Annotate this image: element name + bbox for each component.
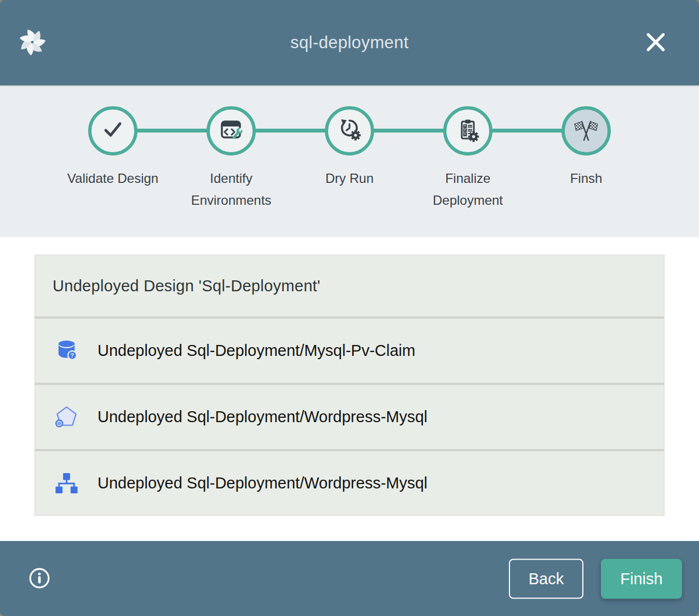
pod-pentagon-icon (54, 404, 79, 430)
step-circle (562, 106, 611, 156)
pinwheel-logo-icon (19, 28, 46, 56)
status-row-mysql-pv-claim: ? Undeployed Sql-Deployment/Mysql-Pv-Cla… (35, 316, 664, 383)
checkered-flags-icon (573, 117, 599, 145)
wizard-stepper: Validate Design (0, 85, 699, 237)
step-label: Dry Run (325, 168, 374, 189)
step-finalize-deployment: Finalize Deployment (409, 106, 527, 211)
step-validate-design: Validate Design (54, 106, 172, 211)
step-finish: Finsh (527, 106, 645, 211)
step-identify-environments: Identify Environments (172, 106, 290, 211)
code-window-wrench-icon (218, 117, 244, 145)
svg-text:?: ? (70, 352, 74, 359)
status-row-wordpress-mysql-topology: Undeployed Sql-Deployment/Wordpress-Mysq… (35, 449, 664, 515)
step-label: Finalize Deployment (419, 168, 517, 211)
step-label: Finsh (570, 168, 603, 189)
database-question-icon: ? (54, 338, 79, 364)
back-button[interactable]: Back (509, 559, 583, 598)
close-icon (643, 48, 668, 56)
deployment-status-panel: Undeployed Design 'Sql-Deployment' ? Und… (35, 255, 664, 516)
info-icon (28, 583, 51, 591)
info-button[interactable] (27, 567, 51, 591)
row-text: Undeployed Sql-Deployment/Mysql-Pv-Claim (98, 342, 415, 360)
dialog-footer: Back Finish (0, 541, 699, 616)
check-icon (100, 117, 126, 145)
step-circle (207, 106, 256, 156)
step-dry-run: Dry Run (290, 106, 409, 211)
row-text: Undeployed Sql-Deployment/Wordpress-Mysq… (98, 474, 427, 492)
clipboard-gear-icon (455, 117, 481, 145)
history-gear-icon (336, 117, 363, 145)
dialog-header: sql-deployment (0, 0, 699, 85)
step-label: Validate Design (67, 168, 158, 189)
step-circle (443, 106, 492, 156)
step-circle (325, 106, 374, 156)
panel-heading: Undeployed Design 'Sql-Deployment' (35, 255, 664, 316)
finish-button[interactable]: Finish (601, 559, 682, 598)
topology-tree-icon (54, 470, 79, 496)
status-row-wordpress-mysql-pod: Undeployed Sql-Deployment/Wordpress-Mysq… (35, 383, 664, 449)
close-button[interactable] (642, 28, 669, 56)
sql-deployment-dialog: sql-deployment Validate Design (0, 0, 699, 616)
footer-buttons: Back Finish (509, 559, 682, 598)
dialog-content: Undeployed Design 'Sql-Deployment' ? Und… (0, 237, 699, 541)
step-circle (88, 106, 137, 156)
dialog-title: sql-deployment (290, 33, 409, 53)
row-text: Undeployed Sql-Deployment/Wordpress-Mysq… (98, 408, 427, 426)
step-label: Identify Environments (182, 168, 280, 211)
